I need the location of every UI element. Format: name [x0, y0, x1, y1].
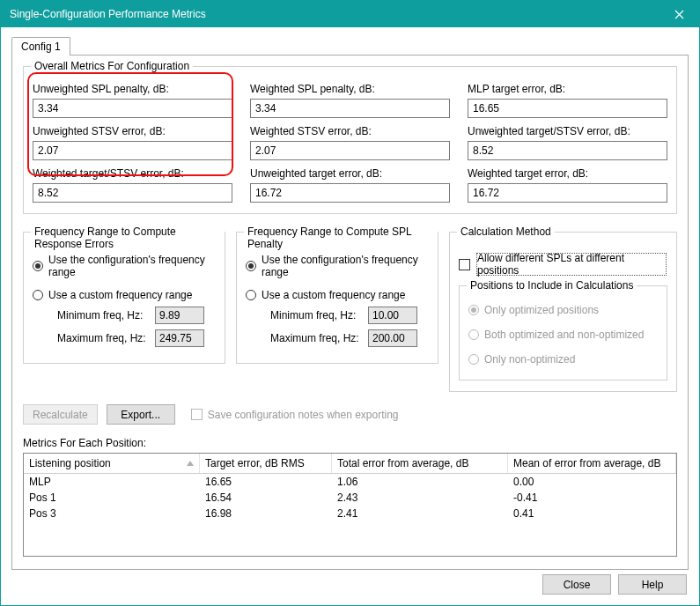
label-w-spl-penalty: Weighted SPL penalty, dB:	[250, 83, 450, 95]
window-title: Single-Configuration Performance Metrics	[10, 8, 206, 20]
input-resp-min[interactable]	[155, 307, 204, 324]
label-unw-spl-penalty: Unweighted SPL penalty, dB:	[33, 83, 232, 95]
col-listening-position[interactable]: Listening position	[24, 454, 200, 473]
cell-total: 2.41	[332, 506, 508, 521]
button-help[interactable]: Help	[618, 574, 687, 595]
radio-resp-custom-label: Use a custom frequency range	[48, 289, 192, 301]
cell-mean: 0.00	[508, 474, 676, 490]
input-mlp-target[interactable]	[468, 99, 667, 118]
input-unw-spl-penalty[interactable]	[33, 99, 232, 118]
tab-container: Config 1 Overall Metrics For Configurati…	[11, 36, 689, 570]
group-positions-title: Positions to Include in Calculations	[467, 279, 637, 292]
cell-target: 16.65	[200, 474, 332, 490]
label-positions-nonopt: Only non-optimized	[484, 353, 575, 366]
input-unw-stsv[interactable]	[33, 141, 232, 160]
window-close-button[interactable]	[659, 1, 699, 27]
cell-target: 16.98	[200, 506, 332, 521]
group-calc-method: Calculation Method Allow different SPLs …	[449, 232, 677, 392]
client-area: Config 1 Overall Metrics For Configurati…	[1, 27, 699, 605]
label-save-notes: Save configuration notes when exporting	[208, 409, 399, 421]
group-overall-metrics: Overall Metrics For Configuration Unweig…	[23, 66, 677, 214]
tab-config1[interactable]: Config 1	[11, 37, 70, 55]
table-row[interactable]: Pos 316.982.410.41	[24, 506, 676, 521]
group-freq-spl-title: Frequency Range to Compute SPL Penalty	[244, 225, 438, 250]
col-total-error[interactable]: Total error from average, dB	[332, 454, 508, 473]
label-mlp-target: MLP target error, dB:	[468, 83, 667, 95]
checkbox-allow-diff-spls[interactable]	[459, 259, 470, 270]
radio-spl-config-label: Use the configuration's frequency range	[262, 254, 429, 278]
label-spl-min: Minimum freq, Hz:	[270, 309, 363, 321]
col-target-error[interactable]: Target error, dB RMS	[200, 454, 332, 473]
label-w-target: Weighted target error, dB:	[468, 167, 667, 180]
input-spl-min[interactable]	[368, 307, 417, 324]
cell-position: MLP	[24, 474, 200, 490]
label-unw-tgt-stsv: Unweighted target/STSV error, dB:	[468, 125, 667, 137]
listview-header: Listening position Target error, dB RMS …	[24, 454, 676, 474]
cell-target: 16.54	[200, 490, 332, 506]
radio-positions-nonopt	[468, 354, 479, 365]
cell-position: Pos 3	[24, 506, 200, 521]
input-resp-max[interactable]	[155, 329, 204, 347]
input-w-target[interactable]	[468, 183, 667, 203]
radio-resp-config[interactable]	[33, 261, 43, 271]
button-recalculate: Recalculate	[23, 404, 98, 425]
label-resp-min: Minimum freq, Hz:	[57, 309, 150, 321]
radio-positions-optimized	[468, 305, 479, 315]
cell-total: 1.06	[332, 474, 508, 490]
col-mean-error[interactable]: Mean of error from average, dB	[508, 454, 676, 473]
label-resp-max: Maximum freq, Hz:	[57, 332, 150, 344]
cell-mean: 0.41	[508, 506, 676, 521]
titlebar: Single-Configuration Performance Metrics	[1, 1, 699, 27]
group-positions-include: Positions to Include in Calculations Onl…	[459, 285, 667, 381]
cell-position: Pos 1	[24, 490, 200, 506]
checkbox-save-notes	[191, 409, 203, 420]
label-unw-stsv: Unweighted STSV error, dB:	[33, 125, 232, 137]
input-unw-tgt-stsv[interactable]	[468, 141, 667, 160]
label-spl-max: Maximum freq, Hz:	[270, 332, 363, 344]
radio-spl-custom[interactable]	[246, 290, 256, 300]
radio-positions-both	[468, 329, 479, 340]
input-w-stsv[interactable]	[250, 141, 450, 160]
group-overall-title: Overall Metrics For Configuration	[31, 60, 193, 72]
input-w-tgt-stsv[interactable]	[33, 183, 232, 203]
group-freq-spl: Frequency Range to Compute SPL Penalty U…	[236, 232, 438, 364]
group-calc-method-title: Calculation Method	[457, 225, 555, 238]
close-icon	[674, 10, 684, 19]
label-positions-both: Both optimized and non-optimized	[484, 329, 644, 341]
table-row[interactable]: Pos 116.542.43-0.41	[24, 490, 676, 506]
input-w-spl-penalty[interactable]	[250, 99, 450, 118]
label-unw-target: Unweighted target error, dB:	[250, 167, 450, 180]
label-w-tgt-stsv: Weighted target/STSV error, dB:	[33, 167, 232, 180]
group-freq-response-title: Frequency Range to Compute Response Erro…	[31, 225, 225, 250]
radio-resp-custom[interactable]	[33, 290, 43, 300]
label-metrics-each-position: Metrics For Each Position:	[23, 437, 677, 449]
cell-mean: -0.41	[508, 490, 676, 506]
label-allow-diff-spls: Allow different SPLs at different positi…	[475, 252, 667, 277]
group-freq-response: Frequency Range to Compute Response Erro…	[23, 232, 225, 364]
label-w-stsv: Weighted STSV error, dB:	[250, 125, 450, 137]
radio-spl-config[interactable]	[246, 261, 256, 271]
listview-position-metrics[interactable]: Listening position Target error, dB RMS …	[23, 453, 677, 557]
tab-panel: Overall Metrics For Configuration Unweig…	[11, 55, 689, 570]
input-spl-max[interactable]	[368, 329, 417, 347]
button-close[interactable]: Close	[542, 574, 611, 595]
app-window: Single-Configuration Performance Metrics…	[0, 0, 700, 606]
radio-resp-config-label: Use the configuration's frequency range	[48, 254, 216, 278]
label-positions-optimized: Only optimized positions	[484, 304, 599, 316]
input-unw-target[interactable]	[250, 183, 450, 203]
table-row[interactable]: MLP16.651.060.00	[24, 474, 676, 490]
sort-ascending-icon	[187, 461, 194, 466]
tabstrip: Config 1	[11, 36, 689, 55]
radio-spl-custom-label: Use a custom frequency range	[262, 289, 405, 301]
cell-total: 2.43	[332, 490, 508, 506]
button-export[interactable]: Export...	[107, 404, 175, 425]
